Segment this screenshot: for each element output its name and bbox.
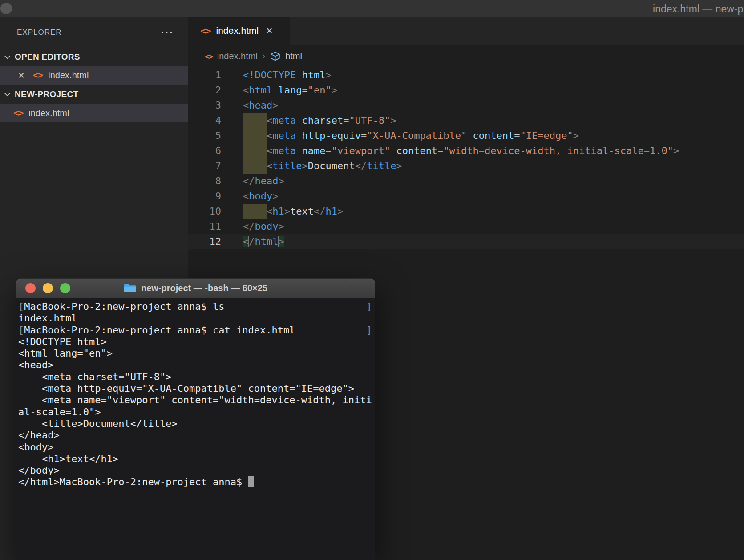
section-open-editors[interactable]: OPEN EDITORS: [0, 48, 188, 66]
traffic-light-unfocused-icon[interactable]: [0, 3, 12, 14]
code-line[interactable]: 7 <title>Document</title>: [188, 158, 744, 174]
code-line[interactable]: 8</head>: [188, 174, 744, 189]
line-number: 11: [188, 219, 221, 234]
symbol-cube-icon: [270, 51, 281, 62]
terminal-line: index.html: [18, 312, 375, 324]
tab-close-icon[interactable]: ✕: [266, 26, 273, 36]
breadcrumb-symbol[interactable]: html: [285, 51, 302, 61]
terminal-line: </body>: [18, 465, 375, 476]
tab-label: index.html: [216, 25, 259, 36]
line-number: 8: [188, 174, 221, 189]
terminal-line: <title>Document</title>: [18, 418, 375, 430]
more-actions-icon[interactable]: ⋯: [160, 23, 174, 41]
line-number: 9: [188, 189, 221, 204]
terminal-line: <meta http-equiv="X-UA-Compatible" conte…: [18, 383, 375, 394]
code-editor[interactable]: 1<!DOCTYPE html>2<html lang="en">3<head>…: [188, 68, 744, 249]
terminal-window: new-project — -bash — 60×25 [MacBook-Pro…: [16, 278, 375, 560]
open-editor-label: index.html: [48, 70, 89, 81]
terminal-line: <html lang="en">: [18, 348, 375, 359]
terminal-line: al-scale=1.0">: [18, 406, 375, 418]
section-new-project[interactable]: NEW-PROJECT: [0, 85, 188, 104]
explorer-header: EXPLORER ⋯: [0, 17, 188, 48]
code-line[interactable]: 6 <meta name="viewport" content="width=d…: [188, 143, 744, 158]
terminal-title: new-project — -bash — 60×25: [124, 283, 267, 293]
line-number: 3: [188, 98, 221, 113]
terminal-line: <meta charset="UTF-8">: [18, 371, 375, 383]
editor-tabstrip: <> index.html ✕: [188, 17, 744, 45]
tab-index-html[interactable]: <> index.html ✕: [188, 17, 290, 45]
section-label: OPEN EDITORS: [15, 52, 80, 62]
line-number: 7: [188, 158, 221, 174]
code-line[interactable]: 4 <meta charset="UTF-8">: [188, 113, 744, 128]
line-number: 5: [188, 128, 221, 143]
code-line[interactable]: 1<!DOCTYPE html>: [188, 68, 744, 83]
terminal-line: <!DOCTYPE html>: [18, 336, 375, 348]
code-line[interactable]: 9<body>: [188, 189, 744, 204]
line-number: 6: [188, 143, 221, 158]
chevron-down-icon: [4, 53, 11, 61]
code-line[interactable]: 10 <h1>text</h1>: [188, 204, 744, 219]
breadcrumb-file[interactable]: index.html: [217, 51, 258, 61]
terminal-body[interactable]: [MacBook-Pro-2:new-project anna$ ls ]ind…: [16, 298, 375, 488]
line-number: 1: [188, 68, 221, 83]
terminal-cursor: [248, 476, 254, 487]
window-title: index.html — new-pr: [653, 3, 744, 15]
close-editor-icon[interactable]: ✕: [18, 70, 33, 81]
breadcrumb-separator-icon: ›: [262, 50, 265, 62]
line-number: 4: [188, 113, 221, 128]
file-label: index.html: [28, 108, 69, 118]
folder-icon: [124, 283, 137, 293]
explorer-title: EXPLORER: [17, 28, 62, 37]
open-editor-item-index-html[interactable]: ✕ <> index.html: [0, 66, 188, 85]
line-number: 12: [188, 234, 221, 249]
chevron-down-icon: [4, 91, 11, 98]
code-line[interactable]: 12</html>: [188, 234, 744, 249]
terminal-titlebar[interactable]: new-project — -bash — 60×25: [16, 279, 375, 298]
html-file-icon: <>: [205, 52, 213, 61]
code-line[interactable]: 5 <meta http-equiv="X-UA-Compatible" con…: [188, 128, 744, 143]
line-number: 2: [188, 83, 221, 98]
terminal-line: <body>: [18, 442, 375, 453]
section-label: NEW-PROJECT: [15, 89, 78, 99]
zoom-window-icon[interactable]: [60, 283, 70, 293]
code-line[interactable]: 11</body>: [188, 219, 744, 234]
vscode-window: index.html — new-pr EXPLORER ⋯ OPEN EDIT…: [0, 0, 744, 560]
terminal-title-text: new-project — -bash — 60×25: [141, 283, 267, 293]
minimize-window-icon[interactable]: [43, 283, 53, 293]
code-line[interactable]: 2<html lang="en">: [188, 83, 744, 98]
terminal-line: <head>: [18, 359, 375, 371]
terminal-line: <h1>text</h1>: [18, 453, 375, 465]
html-file-icon: <>: [33, 70, 42, 81]
close-window-icon[interactable]: [25, 283, 36, 293]
breadcrumb: <> index.html › html: [188, 45, 744, 68]
terminal-line: <meta name="viewport" content="width=dev…: [18, 394, 375, 406]
file-item-index-html[interactable]: <> index.html: [0, 104, 188, 122]
code-lines: 1<!DOCTYPE html>2<html lang="en">3<head>…: [188, 68, 744, 249]
terminal-line: </html>MacBook-Pro-2:new-project anna$: [18, 476, 375, 488]
terminal-line: [MacBook-Pro-2:new-project anna$ cat ind…: [18, 325, 375, 336]
html-file-icon: <>: [200, 25, 210, 37]
code-line[interactable]: 3<head>: [188, 98, 744, 113]
vscode-titlebar: index.html — new-pr: [0, 0, 744, 17]
line-number: 10: [188, 204, 221, 219]
terminal-line: </head>: [18, 430, 375, 441]
terminal-line: [MacBook-Pro-2:new-project anna$ ls ]: [18, 301, 375, 312]
html-file-icon: <>: [13, 108, 23, 118]
